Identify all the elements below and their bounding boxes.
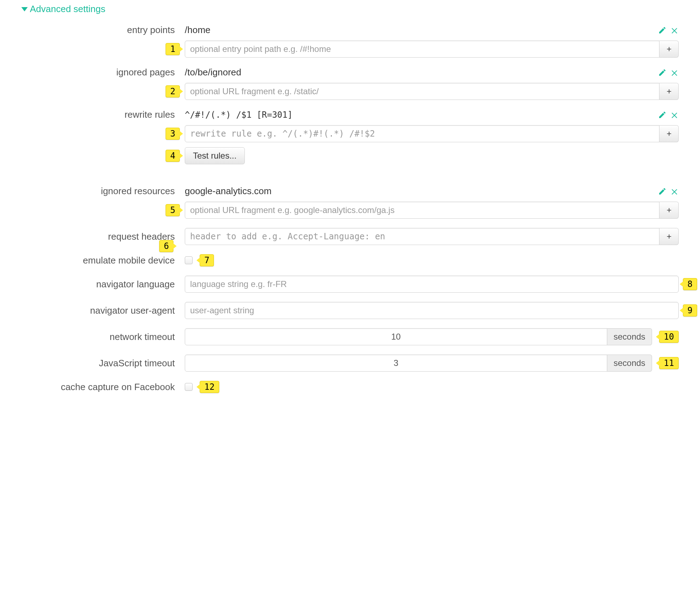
rewrite-rules-input[interactable] [185, 125, 659, 142]
cache-capture-fb-checkbox[interactable] [185, 383, 193, 391]
edit-icon[interactable] [658, 111, 667, 119]
request-headers-input[interactable] [185, 228, 659, 245]
delete-icon[interactable] [670, 68, 679, 77]
advanced-settings-title: Advanced settings [30, 4, 105, 15]
callout-9: 9 [683, 304, 697, 317]
delete-icon[interactable] [670, 26, 679, 34]
rewrite-rules-value: ^/#!/(.*) /$1 [R=301] [185, 110, 292, 120]
navigator-language-label: navigator language [21, 279, 185, 290]
emulate-mobile-checkbox[interactable] [185, 256, 193, 264]
add-ignored-page-button[interactable] [659, 83, 679, 100]
callout-10: 10 [659, 331, 679, 343]
callout-7: 7 [200, 254, 214, 266]
entry-points-value: /home [185, 25, 210, 36]
ignored-resources-value: google-analytics.com [185, 186, 271, 197]
callout-6: 6 [159, 240, 173, 252]
navigator-user-agent-label: navigator user-agent [21, 305, 185, 316]
entry-points-label: entry points [21, 25, 185, 36]
ignored-pages-label: ignored pages [21, 67, 185, 78]
javascript-timeout-unit: seconds [607, 355, 652, 372]
advanced-settings-toggle[interactable]: Advanced settings [21, 4, 679, 15]
navigator-user-agent-input[interactable] [185, 302, 679, 319]
callout-5: 5 [166, 204, 180, 216]
chevron-down-icon [21, 7, 28, 11]
entry-points-input[interactable] [185, 41, 659, 58]
network-timeout-unit: seconds [607, 328, 652, 345]
delete-icon[interactable] [670, 111, 679, 119]
edit-icon[interactable] [658, 187, 667, 196]
callout-1: 1 [166, 43, 180, 55]
ignored-pages-value: /to/be/ignored [185, 67, 241, 78]
edit-icon[interactable] [658, 26, 667, 34]
network-timeout-input[interactable] [185, 328, 607, 345]
edit-icon[interactable] [658, 68, 667, 77]
ignored-pages-input[interactable] [185, 83, 659, 100]
network-timeout-label: network timeout [21, 331, 185, 342]
add-ignored-resource-button[interactable] [659, 202, 679, 219]
callout-12: 12 [200, 381, 219, 393]
cache-capture-fb-label: cache capture on Facebook [21, 382, 185, 393]
test-rules-button[interactable]: Test rules... [185, 147, 245, 164]
ignored-resources-input[interactable] [185, 202, 659, 219]
navigator-language-input[interactable] [185, 276, 679, 293]
callout-2: 2 [166, 85, 180, 97]
callout-4: 4 [166, 150, 180, 162]
callout-8: 8 [683, 278, 697, 290]
rewrite-rules-label: rewrite rules [21, 109, 185, 120]
callout-3: 3 [166, 128, 180, 140]
callout-11: 11 [659, 357, 679, 369]
emulate-mobile-label: emulate mobile device [21, 255, 185, 266]
add-entry-point-button[interactable] [659, 41, 679, 58]
delete-icon[interactable] [670, 187, 679, 196]
ignored-resources-label: ignored resources [21, 186, 185, 197]
javascript-timeout-label: JavaScript timeout [21, 358, 185, 369]
add-request-header-button[interactable] [659, 228, 679, 245]
add-rewrite-rule-button[interactable] [659, 125, 679, 142]
javascript-timeout-input[interactable] [185, 355, 607, 372]
